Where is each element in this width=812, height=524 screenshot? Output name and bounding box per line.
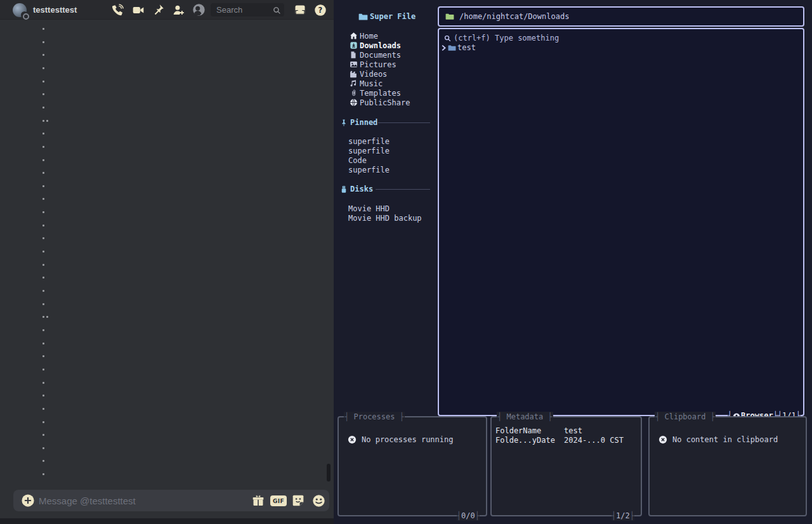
scrollbar-thumb[interactable] — [327, 464, 331, 481]
message-dot — [43, 107, 44, 108]
user-circle-icon — [192, 3, 206, 16]
sidebar-item-pictures[interactable]: Pictures — [349, 60, 396, 69]
clipboard-empty-state: No content in clipboard — [658, 435, 778, 444]
image-icon — [349, 60, 358, 69]
message-dot — [43, 67, 44, 69]
file-entry-test[interactable]: test — [440, 43, 476, 53]
message-dot — [43, 41, 44, 43]
pinned-item[interactable]: superfile — [348, 166, 390, 175]
discord-window: testtesttest — [0, 0, 334, 524]
sidebar-item-publicshare[interactable]: PublicShare — [349, 98, 410, 107]
message-dot — [43, 264, 44, 266]
message-dot — [43, 395, 44, 396]
pin-icon — [340, 119, 348, 127]
film-icon — [349, 70, 358, 79]
user-plus-icon — [173, 4, 185, 16]
show-user-profile-button[interactable] — [192, 3, 206, 17]
pin-messages-button[interactable] — [151, 3, 166, 17]
folder-icon — [445, 12, 454, 21]
message-dot — [43, 343, 44, 344]
voice-call-button[interactable] — [110, 3, 125, 17]
sidebar-item-downloads[interactable]: Downloads — [349, 41, 401, 50]
processes-title: Processes — [344, 412, 405, 422]
pinned-item[interactable]: superfile — [348, 137, 390, 147]
disk-item[interactable]: Movie HHD — [348, 204, 390, 214]
message-input[interactable] — [39, 490, 229, 511]
search-input[interactable] — [211, 3, 269, 16]
search-box — [211, 3, 284, 16]
disks-section-header: Disks — [340, 184, 373, 194]
inbox-button[interactable] — [292, 3, 307, 17]
message-dot — [43, 54, 44, 56]
message-dot — [43, 316, 44, 318]
superfile-window: Super File Home Downloads Documents Pict… — [334, 0, 812, 524]
sticker-button[interactable] — [291, 494, 305, 508]
message-dot — [43, 251, 44, 252]
path-bar[interactable]: /home/nightcat/Downloads — [438, 6, 804, 27]
file-search-bar[interactable]: (ctrl+f) Type something — [444, 33, 559, 43]
x-circle-icon — [658, 435, 667, 444]
file-name: test — [457, 43, 476, 52]
inbox-icon — [294, 4, 306, 16]
paperclip-icon — [349, 89, 358, 98]
divider — [378, 122, 430, 123]
gift-button[interactable] — [251, 494, 265, 508]
message-dot — [43, 290, 44, 292]
pinned-item[interactable]: superfile — [348, 147, 390, 156]
app-title: Super File — [358, 11, 416, 22]
search-icon — [273, 6, 281, 17]
sidebar-item-videos[interactable]: Videos — [349, 69, 387, 79]
help-button[interactable]: ? — [313, 3, 327, 17]
message-dot — [43, 369, 44, 370]
message-dot — [43, 120, 44, 122]
message-dot — [43, 434, 44, 436]
message-dot — [43, 133, 44, 134]
divider — [376, 189, 430, 190]
message-dot — [43, 355, 44, 357]
sidebar-item-music[interactable]: Music — [349, 79, 383, 88]
sidebar-item-templates[interactable]: Templates — [349, 88, 401, 98]
download-icon — [349, 41, 358, 50]
message-dot — [43, 211, 44, 213]
message-dot — [43, 447, 44, 449]
disk-icon — [340, 185, 348, 193]
pin-icon — [152, 4, 164, 16]
home-icon — [349, 32, 358, 41]
svg-text:?: ? — [318, 6, 322, 15]
music-icon — [349, 79, 358, 88]
gif-button[interactable]: GIF — [270, 495, 287, 506]
phone-icon — [112, 4, 124, 16]
video-call-button[interactable] — [131, 3, 145, 17]
message-list[interactable] — [0, 20, 326, 486]
disk-item[interactable]: Movie HHD backup — [348, 214, 422, 223]
metadata-panel[interactable]: Metadata FolderName test Folde...yDate 2… — [490, 416, 642, 516]
gift-icon — [252, 494, 265, 507]
question-circle-icon: ? — [314, 4, 327, 16]
message-dot — [43, 237, 44, 239]
pinned-item[interactable]: Code — [348, 156, 367, 166]
emoji-button[interactable] — [311, 494, 325, 508]
pinned-section-header: Pinned — [340, 117, 377, 128]
sidebar-item-documents[interactable]: Documents — [349, 50, 401, 60]
clipboard-panel[interactable]: Clipboard No content in clipboard — [648, 416, 807, 516]
message-dot — [43, 329, 44, 331]
processes-panel[interactable]: Processes No processes running 0/0 — [337, 416, 487, 516]
message-dot — [43, 93, 44, 95]
screen: testtesttest — [0, 0, 812, 524]
cursor-chevron-icon — [440, 44, 447, 51]
smiley-icon — [312, 494, 325, 508]
avatar[interactable] — [13, 3, 27, 17]
clipboard-title: Clipboard — [655, 412, 716, 422]
metadata-counter: 1/2 — [612, 511, 634, 521]
message-dot — [43, 185, 44, 187]
message-dot — [43, 159, 44, 161]
attach-button[interactable] — [21, 494, 35, 510]
message-dot — [43, 81, 44, 82]
processes-counter: 0/0 — [457, 511, 480, 521]
add-friends-to-dm-button[interactable] — [171, 3, 186, 17]
video-camera-icon — [132, 4, 145, 16]
message-dot — [43, 277, 44, 278]
metadata-row: Folde...yDate 2024-...0 CST — [495, 436, 638, 445]
file-panel[interactable]: (ctrl+f) Type something test ┤ Browser ├… — [438, 28, 804, 416]
sidebar-item-home[interactable]: Home — [349, 31, 378, 41]
